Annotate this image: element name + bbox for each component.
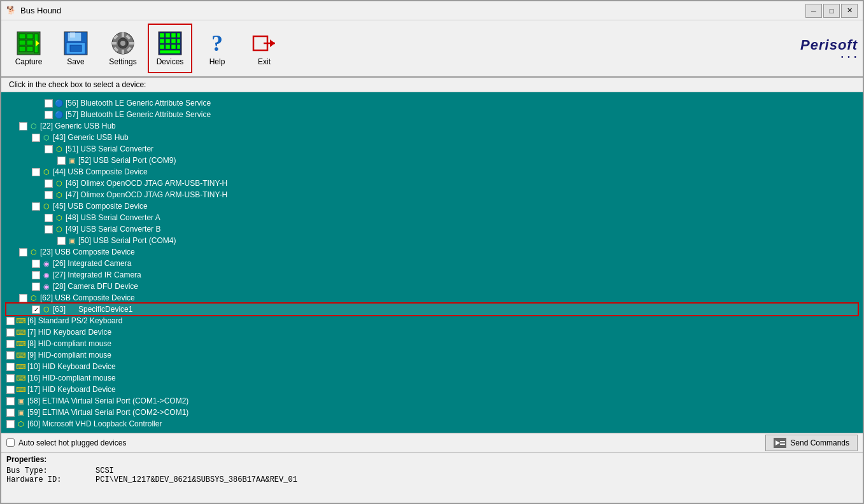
device-checkbox[interactable] <box>45 99 53 108</box>
device-checkbox[interactable] <box>32 168 40 176</box>
device-checkbox[interactable] <box>57 237 66 245</box>
svg-rect-33 <box>177 39 180 43</box>
maximize-button[interactable]: □ <box>823 4 840 18</box>
device-label: [8] HID-compliant mouse <box>27 339 111 348</box>
list-item: ▣ [50] USB Serial Port (COM4) <box>6 235 858 246</box>
save-button[interactable]: Save <box>53 24 98 73</box>
exit-button[interactable]: Exit <box>242 24 287 73</box>
device-checkbox[interactable] <box>45 179 53 188</box>
device-checkbox[interactable] <box>6 397 15 405</box>
svg-rect-18 <box>122 50 124 54</box>
device-checkbox[interactable] <box>45 214 53 222</box>
list-item: ⬡ [45] USB Composite Device <box>6 200 858 212</box>
device-checkbox[interactable] <box>32 271 40 279</box>
list-item: ⌨ [6] Standard PS/2 Keyboard <box>6 315 858 326</box>
device-label: [6] Standard PS/2 Keyboard <box>27 316 122 325</box>
device-label: [52] USB Serial Port (COM9) <box>78 156 176 165</box>
device-checkbox[interactable] <box>32 134 40 142</box>
list-item: ⌨ [16] HID-compliant mouse <box>6 372 858 384</box>
title-bar: 🐕 Bus Hound ─ □ ✕ <box>1 1 863 20</box>
svg-rect-4 <box>27 40 33 45</box>
svg-rect-31 <box>166 39 170 43</box>
list-item: ⬡ [44] USB Composite Device <box>6 166 858 178</box>
save-icon <box>63 31 89 56</box>
device-63-checkbox[interactable] <box>32 305 40 314</box>
device-checkbox[interactable] <box>57 157 66 165</box>
svg-rect-30 <box>160 39 164 43</box>
list-item: ⌨ [10] HID Keyboard Device <box>6 361 858 372</box>
device-checkbox[interactable] <box>6 328 15 337</box>
devices-icon <box>157 31 183 56</box>
device-checkbox[interactable] <box>32 202 40 211</box>
device-label: [49] USB Serial Converter B <box>66 225 160 234</box>
app-icon: 🐕 <box>6 6 17 16</box>
svg-rect-44 <box>780 441 785 442</box>
device-label: [58] ELTIMA Virtual Serial Port (COM1->C… <box>27 396 188 405</box>
svg-rect-19 <box>112 42 117 45</box>
device-checkbox[interactable] <box>45 111 53 119</box>
device-checkbox[interactable] <box>6 351 15 360</box>
device-checkbox[interactable] <box>32 283 40 291</box>
device-checkbox[interactable] <box>6 340 15 348</box>
help-button[interactable]: ? Help <box>195 24 239 73</box>
list-item: ⬡ [51] USB Serial Converter <box>6 143 858 155</box>
settings-label: Settings <box>109 57 136 66</box>
prop-val-bustype: SCSI <box>96 466 114 475</box>
device-label: [56] Bluetooth LE Generic Attribute Serv… <box>66 99 211 108</box>
hid-icon: ⌨ <box>16 316 26 326</box>
device-checkbox[interactable] <box>6 386 15 394</box>
perisoft-dots: • • • <box>841 53 858 60</box>
capture-button[interactable]: Capture <box>6 24 51 73</box>
device-checkbox[interactable] <box>45 191 53 199</box>
list-item: ⌨ [9] HID-compliant mouse <box>6 349 858 361</box>
device-label: [62] USB Composite Device <box>40 293 135 302</box>
svg-rect-5 <box>19 46 25 52</box>
device-checkbox[interactable] <box>6 363 15 371</box>
properties-title: Properties: <box>6 455 858 464</box>
main-window: 🐕 Bus Hound ─ □ ✕ <box>0 0 864 504</box>
device-checkbox[interactable] <box>19 294 27 302</box>
send-commands-button[interactable]: Send Commands <box>765 435 858 451</box>
selected-device-item: ⬡ [63] SpecificDevice1 <box>6 304 858 315</box>
send-commands-icon <box>774 438 786 448</box>
svg-rect-28 <box>171 33 176 38</box>
usb-icon: ⬡ <box>54 190 64 200</box>
device-tree-panel[interactable]: 🔵 [56] Bluetooth LE Generic Attribute Se… <box>1 92 863 433</box>
cam-icon: ◉ <box>41 258 52 269</box>
prop-key-bustype: Bus Type: <box>6 466 96 475</box>
device-checkbox[interactable] <box>6 317 15 325</box>
svg-rect-34 <box>160 45 164 49</box>
device-checkbox[interactable] <box>19 122 27 130</box>
device-checkbox[interactable] <box>6 409 15 417</box>
close-button[interactable]: ✕ <box>841 4 858 18</box>
list-item: ◉ [26] Integrated Camera <box>6 258 858 269</box>
devices-button[interactable]: Devices <box>148 24 192 73</box>
device-label: [28] Camera DFU Device <box>53 282 138 291</box>
instruction-text: Click in the check box to select a devic… <box>9 80 146 89</box>
exit-icon <box>251 31 277 56</box>
minimize-button[interactable]: ─ <box>805 4 822 18</box>
device-checkbox[interactable] <box>45 225 53 234</box>
device-checkbox[interactable] <box>6 374 15 382</box>
device-checkbox[interactable] <box>19 248 27 256</box>
port-icon: ▣ <box>16 407 26 417</box>
device-checkbox[interactable] <box>32 260 40 268</box>
hid-icon: ⌨ <box>16 350 26 360</box>
usb-icon: ⬡ <box>54 144 64 154</box>
settings-button[interactable]: Settings <box>101 24 145 73</box>
device-checkbox[interactable] <box>6 420 15 428</box>
device-label: [44] USB Composite Device <box>53 167 148 176</box>
device-label: [43] Generic USB Hub <box>53 133 129 142</box>
device-checkbox[interactable] <box>45 145 53 153</box>
properties-content: Bus Type: SCSI Hardware ID: PCI\VEN_1217… <box>6 466 858 484</box>
auto-select-checkbox[interactable] <box>6 438 15 447</box>
svg-rect-1 <box>19 34 25 39</box>
list-item: ▣ [59] ELTIMA Virtual Serial Port (COM2-… <box>6 407 858 418</box>
port-icon: ▣ <box>67 155 77 165</box>
device-label: [45] USB Composite Device <box>53 202 148 211</box>
bt-icon: 🔵 <box>54 109 64 120</box>
hid-icon: ⌨ <box>16 384 26 395</box>
capture-label: Capture <box>15 57 43 66</box>
help-icon: ? <box>204 31 230 56</box>
svg-rect-26 <box>160 33 164 38</box>
